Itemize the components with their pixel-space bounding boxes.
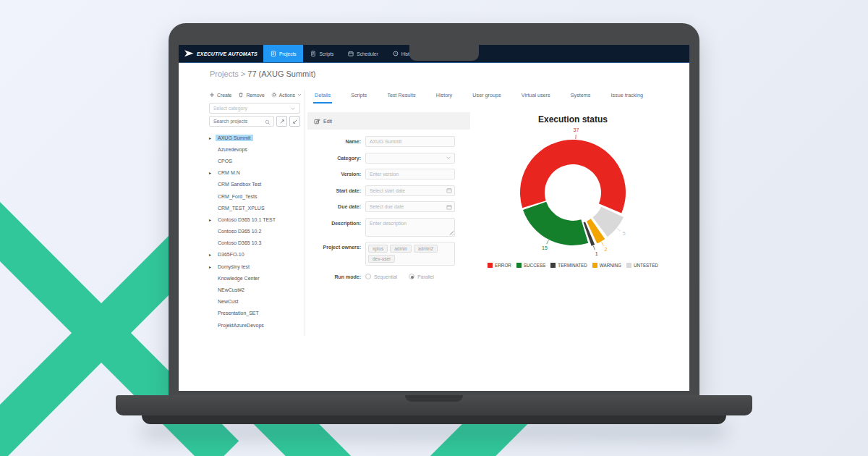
category-select[interactable]: Select category <box>209 103 300 114</box>
expand-all-button[interactable] <box>276 116 287 127</box>
legend-item-success[interactable]: SUCCESS <box>516 263 545 268</box>
laptop-camera-notch <box>409 45 479 61</box>
caret-right-icon[interactable]: ▸ <box>209 252 216 257</box>
project-item-label: CRM M.N <box>216 169 242 176</box>
donut-slice-success[interactable] <box>523 202 588 245</box>
page-background: EXECUTIVE AUTOMATS ProjectsScriptsSchedu… <box>0 0 868 456</box>
project-item-knowledge-center[interactable]: Knowledge Center <box>209 272 300 284</box>
legend-label: ERROR <box>495 263 511 268</box>
tab-test-results[interactable]: Test Results <box>386 89 417 104</box>
search-box <box>209 116 274 127</box>
search-input[interactable] <box>210 117 273 126</box>
project-item-label: NewCust <box>216 298 240 305</box>
legend-item-warning[interactable]: WARNING <box>592 263 621 268</box>
project-item-label: NEwCust#2 <box>216 287 247 293</box>
project-item-newcust[interactable]: NewCust <box>209 296 300 308</box>
legend-item-terminated[interactable]: TERMINATED <box>550 263 587 268</box>
radio-selected-icon[interactable] <box>409 274 414 279</box>
nav-item-scheduler[interactable]: Scheduler <box>341 45 385 62</box>
donut-slice-error[interactable] <box>520 140 626 213</box>
run-mode-label: Run mode: <box>307 271 365 282</box>
laptop-screen: EXECUTIVE AUTOMATS ProjectsScriptsSchedu… <box>179 45 689 391</box>
donut-label-line <box>593 246 595 250</box>
project-item-crm-ford-tests[interactable]: CRM_Ford_Tests <box>209 190 300 202</box>
category-select-placeholder: Select category <box>213 106 247 111</box>
owner-tag-dev-user: dev-user <box>368 255 395 263</box>
expand-icon <box>279 119 285 124</box>
laptop-base-notch <box>405 395 463 402</box>
remove-button-label: Remove <box>246 93 264 98</box>
create-button[interactable]: Create <box>209 92 231 98</box>
nav-item-label: Projects <box>279 51 296 56</box>
radio-unselected-icon[interactable] <box>365 274 371 279</box>
caret-right-icon[interactable]: ▸ <box>209 264 216 269</box>
history-icon <box>393 51 399 56</box>
project-item-presentation-set[interactable]: Presentation_SET <box>209 308 300 319</box>
project-item-label: CRM_Ford_Tests <box>216 193 259 200</box>
project-item-crm-m-n[interactable]: ▸CRM M.N <box>209 167 300 179</box>
project-item-newcust-2[interactable]: NEwCust#2 <box>209 284 300 295</box>
caret-right-icon[interactable]: ▸ <box>209 135 216 140</box>
project-item-label: AXUG Summit <box>216 135 253 141</box>
edit-button-label: Edit <box>323 119 332 124</box>
legend-swatch <box>592 263 597 268</box>
caret-right-icon[interactable]: ▸ <box>209 170 216 175</box>
actions-dropdown[interactable]: Actions <box>271 92 302 98</box>
brand: EXECUTIVE AUTOMATS <box>184 50 258 57</box>
tab-user-groups[interactable]: User groups <box>471 89 502 104</box>
tab-virtual-users[interactable]: Virtual users <box>520 89 552 104</box>
description-label: Description: <box>307 218 365 229</box>
name-input[interactable] <box>365 136 455 147</box>
nav-item-projects[interactable]: Projects <box>263 45 303 62</box>
category-field-select[interactable] <box>365 153 455 164</box>
caret-right-icon[interactable]: ▸ <box>209 217 216 222</box>
legend-label: UNTESTED <box>634 263 658 268</box>
project-item-projektazuredevops[interactable]: ProjektAzureDevops <box>209 319 300 331</box>
description-textarea[interactable] <box>365 218 455 237</box>
tab-issue-tracking[interactable]: Issue tracking <box>610 89 644 104</box>
project-item-contoso-d365-10-3[interactable]: Contoso D365 10.3 <box>209 237 300 249</box>
tab-history[interactable]: History <box>435 89 454 104</box>
tab-scripts[interactable]: Scripts <box>349 89 368 104</box>
donut-label-line <box>617 229 621 232</box>
run-mode-option-sequential[interactable]: Sequential <box>365 274 397 279</box>
breadcrumb: Projects > 77 (AXUG Summit) <box>210 69 315 78</box>
run-mode-option-parallel[interactable]: Parallel <box>409 274 434 279</box>
due-date-input[interactable] <box>365 201 455 212</box>
project-item-label: Azuredevops <box>216 146 250 153</box>
project-item-azuredevops[interactable]: Azuredevops <box>209 143 300 155</box>
start-date-input[interactable] <box>365 185 455 196</box>
chevron-down-icon <box>290 106 296 111</box>
collapse-all-button[interactable] <box>289 116 300 127</box>
tab-details[interactable]: Details <box>313 89 332 104</box>
project-item-cpos[interactable]: CPOS <box>209 155 300 166</box>
project-item-axug-summit[interactable]: ▸AXUG Summit <box>209 132 300 143</box>
project-owners-field[interactable]: xplusadminadmin2dev-user <box>365 242 455 266</box>
breadcrumb-root[interactable]: Projects <box>210 69 239 78</box>
version-label: Version: <box>307 169 365 180</box>
project-item-crm-sandbox-test[interactable]: CRM Sandbox Test <box>209 179 300 190</box>
project-item-contoso-d365-10-1-test[interactable]: ▸Contoso D365 10.1 TEST <box>209 214 300 225</box>
laptop-base-bottom <box>142 415 726 424</box>
project-item-label: Contoso D365 10.1 TEST <box>216 216 278 223</box>
remove-button[interactable]: Remove <box>238 92 264 98</box>
nav-item-scripts[interactable]: Scripts <box>303 45 341 62</box>
donut-label-line <box>602 242 604 245</box>
legend-item-untested[interactable]: UNTESTED <box>626 263 658 268</box>
project-item-contoso-d365-10-2[interactable]: Contoso D365 10.2 <box>209 226 300 237</box>
collapse-icon <box>292 119 298 124</box>
project-item-domy-lny-test[interactable]: ▸Domyślny test <box>209 261 300 272</box>
search-icon <box>265 119 271 125</box>
project-item-crm-test-xplus[interactable]: CRM_TEST_XPLUS <box>209 202 300 214</box>
tab-systems[interactable]: Systems <box>569 89 592 104</box>
project-item-label: ProjektAzureDevops <box>216 322 266 329</box>
legend-item-error[interactable]: ERROR <box>488 263 511 268</box>
donut-value-label-error: 37 <box>574 127 579 132</box>
legend-swatch <box>488 263 493 268</box>
project-item-d365fo-10[interactable]: ▸D365FO-10 <box>209 249 300 261</box>
legend-swatch <box>516 263 522 268</box>
edit-button[interactable]: Edit <box>307 112 470 130</box>
version-input[interactable] <box>365 169 455 180</box>
legend-swatch <box>626 263 631 268</box>
run-mode-options: SequentialParallel <box>365 271 434 282</box>
